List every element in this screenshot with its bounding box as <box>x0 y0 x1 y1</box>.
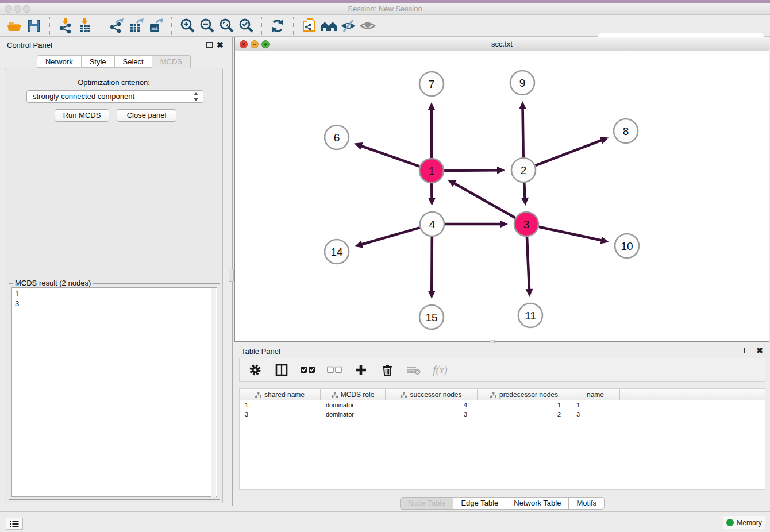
export-image-button[interactable] <box>146 17 165 35</box>
control-panel-tabs: Network Style Select MCDS <box>0 55 228 68</box>
import-network-button[interactable] <box>56 17 75 35</box>
checked-boxes-icon <box>301 366 315 374</box>
deselect-all-button[interactable] <box>327 363 342 377</box>
graph-node-8[interactable]: 8 <box>614 119 638 143</box>
column-header-mcds-role[interactable]: MCDS role <box>321 389 386 400</box>
export-table-icon <box>128 18 144 34</box>
column-label: name <box>587 391 604 399</box>
houses-icon <box>319 18 338 34</box>
edge-2-8[interactable] <box>536 140 603 165</box>
show-column-button[interactable] <box>274 363 289 377</box>
tab-mcds[interactable]: MCDS <box>152 55 191 68</box>
zoom-in-icon <box>179 18 195 34</box>
edge-3-10[interactable] <box>538 227 602 241</box>
criterion-select[interactable]: strongly connected component <box>26 90 203 103</box>
mcds-result-group: MCDS result (2 nodes) 1 3 <box>9 283 220 500</box>
attribute-icon <box>255 392 261 398</box>
graph-node-7[interactable]: 7 <box>419 72 444 96</box>
edge-arrowhead <box>600 237 609 244</box>
tab-style[interactable]: Style <box>82 55 115 68</box>
edge-1-2[interactable] <box>444 170 499 171</box>
edge-4-15[interactable] <box>432 237 432 292</box>
toolbar-separator <box>261 17 262 35</box>
graph-node-1[interactable]: 1 <box>419 159 444 183</box>
mcds-result-area[interactable]: 1 3 <box>11 287 217 497</box>
first-neighbors-button[interactable] <box>319 17 338 35</box>
graph-node-4[interactable]: 4 <box>420 212 444 236</box>
table-cell: 1 <box>240 400 321 410</box>
select-stepper-icon <box>192 92 199 101</box>
edge-1-6[interactable] <box>360 145 420 166</box>
node-label: 10 <box>621 240 633 252</box>
table-tabs: Node Table Edge Table Network Table Moti… <box>234 497 770 510</box>
apply-layout-button[interactable] <box>268 17 287 35</box>
table-row[interactable]: 1dominator411 <box>240 400 765 410</box>
column-header-shared-name[interactable]: shared name <box>240 389 321 400</box>
list-icon <box>9 520 20 528</box>
trash-icon <box>382 364 393 377</box>
task-history-button[interactable] <box>6 518 23 530</box>
vertical-splitter-grip[interactable] <box>229 269 234 282</box>
run-mcds-button[interactable]: Run MCDS <box>55 109 109 122</box>
node-label: 15 <box>425 311 437 323</box>
edge-2-3[interactable] <box>524 183 525 199</box>
tab-edge-table[interactable]: Edge Table <box>453 497 506 510</box>
column-header-name[interactable]: name <box>571 389 620 400</box>
graph-node-15[interactable]: 15 <box>419 305 444 329</box>
duplicate-network-button[interactable] <box>299 17 319 35</box>
result-scrollbar[interactable] <box>211 288 216 497</box>
tab-node-table[interactable]: Node Table <box>400 497 454 510</box>
main-titlebar: Session: New Session <box>0 3 770 15</box>
edge-arrowhead <box>497 167 505 174</box>
close-panel-icon[interactable]: ✖ <box>217 41 224 48</box>
tab-network-table[interactable]: Network Table <box>506 497 569 510</box>
zoom-fit-button[interactable] <box>217 17 236 35</box>
import-table-button[interactable] <box>75 17 95 35</box>
edge-3-11[interactable] <box>527 237 529 291</box>
table-row[interactable]: 3dominator323 <box>240 410 765 419</box>
save-session-button[interactable] <box>24 17 44 35</box>
zoom-out-button[interactable] <box>197 17 217 35</box>
tab-select[interactable]: Select <box>115 55 152 68</box>
column-header-predecessor-nodes[interactable]: predecessor nodes <box>478 389 571 400</box>
edge-arrowhead <box>428 198 436 206</box>
delete-row-button[interactable] <box>380 363 395 377</box>
network-canvas[interactable]: 7968124314101511 <box>235 51 769 341</box>
tab-motifs[interactable]: Motifs <box>569 497 605 510</box>
graph-node-2[interactable]: 2 <box>511 158 536 182</box>
export-network-button[interactable] <box>107 17 126 35</box>
column-header-successor-nodes[interactable]: successor nodes <box>386 389 478 400</box>
add-row-button[interactable] <box>353 363 368 377</box>
tab-network[interactable]: Network <box>37 55 82 68</box>
table-close-icon[interactable]: ✖ <box>756 347 763 354</box>
memory-button[interactable]: Memory <box>723 516 765 529</box>
table-cell: dominator <box>321 400 386 410</box>
edge-arrowhead <box>428 102 436 110</box>
application-window: Session: New Session <box>0 0 770 532</box>
function-builder-button[interactable]: f(x) <box>433 363 448 377</box>
edge-2-9[interactable] <box>523 107 523 157</box>
delete-table-button[interactable] <box>406 363 421 377</box>
edge-4-14[interactable] <box>360 228 420 245</box>
open-session-button[interactable] <box>5 17 24 35</box>
graph-node-6[interactable]: 6 <box>325 125 349 149</box>
mcds-result-text: 1 3 <box>15 289 19 309</box>
graph-node-11[interactable]: 11 <box>518 303 542 327</box>
node-label: 14 <box>330 246 343 258</box>
export-table-button[interactable] <box>126 17 146 35</box>
table-settings-button[interactable] <box>248 363 263 377</box>
graph-node-3[interactable]: 3 <box>514 212 538 236</box>
hide-selected-button[interactable] <box>338 17 358 35</box>
table-float-icon[interactable] <box>744 348 750 353</box>
edge-3-1[interactable] <box>453 183 515 218</box>
select-all-button[interactable] <box>301 363 315 377</box>
float-panel-icon[interactable] <box>206 42 213 48</box>
zoom-selected-button[interactable] <box>236 17 256 35</box>
show-all-button[interactable] <box>358 17 378 35</box>
graph-node-9[interactable]: 9 <box>510 71 534 95</box>
zoom-in-button[interactable] <box>178 17 197 35</box>
table-cell: 3 <box>386 410 478 419</box>
graph-node-14[interactable]: 14 <box>325 240 349 264</box>
graph-node-10[interactable]: 10 <box>615 234 639 258</box>
close-panel-button[interactable]: Close panel <box>117 109 176 122</box>
